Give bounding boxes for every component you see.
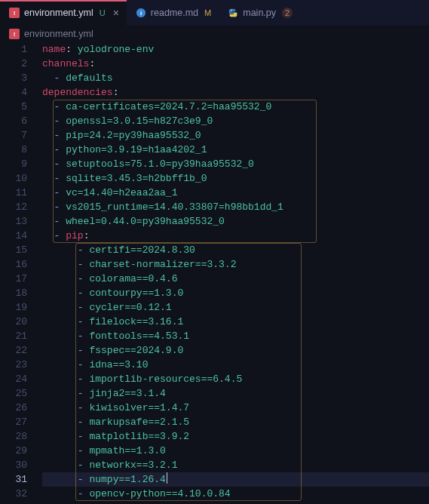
tab-bar: !environment.ymlU×ireadme.mdMmain.py2 (0, 0, 429, 26)
line-number: 16 (0, 257, 27, 272)
line-number: 30 (0, 458, 27, 472)
svg-text:!: ! (14, 31, 16, 38)
line-number: 19 (0, 300, 27, 315)
editor[interactable]: 1234567891011121314151617181920212223242… (0, 42, 429, 501)
code-line[interactable]: - setuptools=75.1.0=py39haa95532_0 (42, 157, 429, 171)
line-number: 6 (0, 114, 27, 128)
svg-text:i: i (140, 10, 142, 17)
line-number: 7 (0, 128, 27, 143)
code-line[interactable]: - cycler==0.12.1 (42, 300, 429, 315)
line-number: 5 (0, 100, 27, 114)
line-number: 10 (0, 171, 27, 186)
code-line[interactable]: - colorama==0.4.6 (42, 272, 429, 286)
code-line[interactable]: - vc=14.40=h2eaa2aa_1 (42, 186, 429, 200)
code-line[interactable]: - certifi==2024.8.30 (42, 243, 429, 257)
line-number: 4 (0, 85, 27, 100)
line-number: 24 (0, 372, 27, 386)
code-line[interactable]: - importlib-resources==6.4.5 (42, 372, 429, 386)
code-line[interactable]: - openssl=3.0.15=h827c3e9_0 (42, 114, 429, 128)
code-line[interactable]: - pip: (42, 229, 429, 243)
code-line[interactable]: - idna==3.10 (42, 358, 429, 372)
line-number: 3 (0, 71, 27, 85)
line-number: 26 (0, 401, 27, 415)
code-line[interactable]: - pip=24.2=py39haa95532_0 (42, 128, 429, 143)
code-line[interactable]: - charset-normalizer==3.3.2 (42, 257, 429, 272)
code-line[interactable]: dependencies: (42, 85, 429, 100)
line-number: 17 (0, 272, 27, 286)
line-number: 27 (0, 415, 27, 429)
code-line[interactable]: - markupsafe==2.1.5 (42, 415, 429, 429)
code-line[interactable]: - vs2015_runtime=14.40.33807=h98bb1dd_1 (42, 200, 429, 214)
tab-readme-md[interactable]: ireadme.mdM (127, 0, 219, 26)
line-number: 25 (0, 386, 27, 401)
code-line[interactable]: - networkx==3.2.1 (42, 458, 429, 472)
line-number: 28 (0, 429, 27, 444)
line-number: 11 (0, 186, 27, 200)
code-line[interactable]: - wheel=0.44.0=py39haa95532_0 (42, 214, 429, 229)
code-line[interactable]: - ca-certificates=2024.7.2=haa95532_0 (42, 100, 429, 114)
code-area[interactable]: name: yolodrone-envchannels: - defaultsd… (42, 42, 429, 501)
tab-status: 2 (282, 8, 293, 18)
tab-status: U (100, 8, 106, 17)
line-number-gutter: 1234567891011121314151617181920212223242… (0, 42, 42, 501)
line-number: 31 (0, 472, 27, 487)
line-number: 21 (0, 329, 27, 343)
line-number: 23 (0, 358, 27, 372)
code-line[interactable]: - python=3.9.19=h1aa4202_1 (42, 143, 429, 157)
line-number: 1 (0, 42, 27, 57)
code-line[interactable]: - jinja2==3.1.4 (42, 386, 429, 401)
code-line[interactable]: - fonttools==4.53.1 (42, 329, 429, 343)
svg-text:!: ! (14, 10, 16, 17)
line-number: 20 (0, 315, 27, 329)
code-line[interactable]: - kiwisolver==1.4.7 (42, 401, 429, 415)
line-number: 18 (0, 286, 27, 300)
code-line[interactable]: - sqlite=3.45.3=h2bbff1b_0 (42, 171, 429, 186)
tab-label: readme.md (151, 8, 198, 18)
line-number: 9 (0, 157, 27, 171)
code-line[interactable]: - defaults (42, 71, 429, 85)
yaml-icon: ! (9, 29, 20, 39)
line-number: 14 (0, 229, 27, 243)
md-icon: i (136, 8, 146, 18)
breadcrumb: ! environment.yml (0, 26, 429, 42)
code-line[interactable]: - filelock==3.16.1 (42, 315, 429, 329)
tab-label: environment.yml (24, 8, 93, 18)
code-line[interactable]: - numpy==1.26.4 (42, 472, 429, 487)
line-number: 22 (0, 343, 27, 358)
code-line[interactable]: - matplotlib==3.9.2 (42, 429, 429, 444)
close-icon[interactable]: × (113, 7, 119, 19)
line-number: 8 (0, 143, 27, 157)
tab-environment-yml[interactable]: !environment.ymlU× (0, 0, 127, 26)
tab-main-py[interactable]: main.py2 (219, 0, 300, 26)
yaml-icon: ! (9, 8, 20, 18)
line-number: 12 (0, 200, 27, 214)
line-number: 13 (0, 214, 27, 229)
code-line[interactable]: name: yolodrone-env (42, 42, 429, 57)
line-number: 29 (0, 444, 27, 458)
code-line[interactable]: - opencv-python==4.10.0.84 (42, 487, 429, 501)
code-line[interactable]: - contourpy==1.3.0 (42, 286, 429, 300)
line-number: 2 (0, 57, 27, 71)
line-number: 32 (0, 487, 27, 501)
svg-point-4 (231, 10, 233, 11)
breadcrumb-label: environment.yml (24, 29, 93, 39)
tab-label: main.py (243, 8, 276, 18)
code-line[interactable]: channels: (42, 57, 429, 71)
code-line[interactable]: - fsspec==2024.9.0 (42, 343, 429, 358)
tab-status: M (204, 8, 211, 17)
code-line[interactable]: - mpmath==1.3.0 (42, 444, 429, 458)
line-number: 15 (0, 243, 27, 257)
py-icon (228, 8, 238, 18)
